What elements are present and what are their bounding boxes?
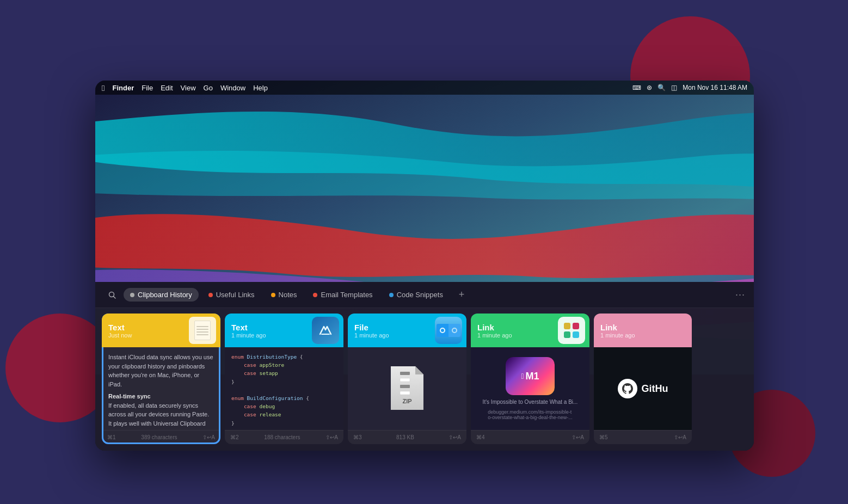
tab-label-clipboard: Clipboard History [138, 291, 192, 299]
laptop-frame:  Finder File Edit View Go Window Help ⌨… [95, 81, 754, 451]
tab-code-snippets[interactable]: Code Snippets [383, 288, 450, 302]
card-1-header: Text Just now [102, 314, 220, 347]
file-menu[interactable]: File [142, 84, 153, 92]
card-1-pin-icon: ⇧↩A [202, 434, 215, 440]
card-2-icon [312, 317, 339, 344]
card-2[interactable]: Text 1 minute ago [225, 314, 343, 444]
card-5-github: GitHu [600, 353, 685, 425]
svg-rect-4 [400, 378, 410, 382]
svg-text:ZIP: ZIP [402, 398, 411, 404]
tab-label-notes: Notes [279, 291, 297, 299]
tab-label-email: Email Templates [321, 291, 372, 299]
svg-rect-5 [400, 385, 410, 388]
card-4-url: debugger.medium.com/its-impossible-to-ov… [488, 409, 573, 420]
window-menu[interactable]: Window [220, 84, 245, 92]
card-2-header: Text 1 minute ago [225, 314, 343, 347]
user-menubar-icon[interactable]: ◫ [671, 84, 677, 91]
tab-dot-clipboard [130, 293, 134, 297]
svg-rect-8 [564, 323, 570, 329]
help-menu[interactable]: Help [253, 84, 268, 92]
card-2-type: Text [231, 323, 266, 332]
screen:  Finder File Edit View Go Window Help ⌨… [95, 81, 754, 451]
tab-clipboard-history[interactable]: Clipboard History [124, 288, 199, 302]
card-5[interactable]: Link 1 minute ago [594, 314, 692, 444]
card-1-footer: ⌘1 389 characters ⇧↩A [102, 430, 220, 444]
svg-rect-9 [573, 323, 579, 329]
tab-dot-notes [271, 293, 275, 297]
tab-dot-email [313, 293, 317, 297]
card-1-time: Just now [108, 332, 132, 339]
card-4[interactable]: Link 1 minute ago [471, 314, 589, 444]
edit-menu[interactable]: Edit [161, 84, 173, 92]
card-2-footer: ⌘2 188 characters ⇧↩A [225, 430, 343, 444]
card-2-time: 1 minute ago [231, 332, 266, 339]
paste-menubar-icon[interactable]: ⌨ [632, 84, 641, 91]
card-3[interactable]: File 1 minute ago [348, 314, 466, 444]
card-1-text: Instant iCloud data sync allows you use … [108, 353, 214, 430]
svg-rect-11 [573, 331, 579, 338]
tab-label-useful-links: Useful Links [216, 291, 255, 299]
card-3-footer: ⌘3 813 KB ⇧↩A [348, 430, 466, 444]
card-1-shortcut: ⌘1 [107, 434, 116, 440]
card-1-body: Instant iCloud data sync allows you use … [102, 347, 220, 430]
github-label: GitHu [642, 383, 668, 395]
card-4-link-text: It's Impossible to Overstate What a Bi..… [483, 398, 578, 406]
card-4-body:  M1 It's Impossible to Overstate What a… [471, 347, 589, 430]
card-5-footer: ⌘5 ⇧↩A [594, 430, 692, 444]
card-5-time: 1 minute ago [600, 332, 635, 339]
search-menubar-icon[interactable]: 🔍 [657, 84, 666, 91]
card-4-footer: ⌘4 ⇧↩A [471, 430, 589, 444]
card-3-time: 1 minute ago [354, 332, 389, 339]
svg-rect-6 [400, 391, 410, 395]
m1-chip:  M1 [506, 357, 555, 395]
card-1-char-count: 389 characters [141, 434, 177, 440]
card-2-code: enum DistributionType { case appStore ca… [231, 353, 337, 430]
view-menu[interactable]: View [181, 84, 196, 92]
add-tab-button[interactable]: + [454, 287, 469, 303]
apple-menu[interactable]:  [102, 83, 105, 93]
card-4-pin-icon: ⇧↩A [572, 434, 584, 440]
card-1-icon [189, 317, 216, 344]
menu-bar:  Finder File Edit View Go Window Help ⌨… [95, 81, 754, 95]
paste-panel: Clipboard History Useful Links Notes Ema… [95, 282, 754, 451]
card-5-pin-icon: ⇧↩A [674, 434, 686, 440]
card-2-body: enum DistributionType { case appStore ca… [225, 347, 343, 430]
svg-line-2 [114, 296, 116, 298]
github-logo-area: GitHu [618, 379, 668, 398]
svg-rect-3 [400, 372, 410, 375]
card-3-icon [435, 317, 462, 344]
card-4-header: Link 1 minute ago [471, 314, 589, 347]
search-button[interactable] [104, 287, 120, 303]
finder-menu[interactable]: Finder [112, 84, 134, 92]
cards-area: Text Just now [95, 308, 754, 451]
card-2-char-count: 188 characters [264, 434, 300, 440]
card-4-m1:  M1 It's Impossible to Overstate What a… [477, 353, 583, 425]
card-2-pin-icon: ⇧↩A [325, 434, 338, 440]
card-4-time: 1 minute ago [477, 332, 512, 339]
card-4-shortcut: ⌘4 [476, 434, 485, 440]
card-3-size: 813 KB [396, 434, 414, 440]
tab-bar: Clipboard History Useful Links Notes Ema… [95, 282, 754, 308]
more-tabs-button[interactable]: ··· [735, 289, 745, 300]
card-1-type: Text [108, 323, 132, 332]
wifi-icon[interactable]: ⊛ [647, 84, 652, 91]
card-3-file: ZIP [354, 353, 460, 425]
card-2-shortcut: ⌘2 [230, 434, 239, 440]
card-3-header: File 1 minute ago [348, 314, 466, 347]
svg-rect-10 [564, 331, 570, 338]
go-menu[interactable]: Go [204, 84, 213, 92]
tab-notes[interactable]: Notes [265, 288, 304, 302]
tab-useful-links[interactable]: Useful Links [202, 288, 261, 302]
card-3-body: ZIP [348, 347, 466, 430]
card-5-shortcut: ⌘5 [599, 434, 608, 440]
card-1[interactable]: Text Just now [102, 314, 220, 444]
card-4-icon [558, 317, 585, 344]
menubar-time: Mon Nov 16 11:48 AM [683, 84, 747, 91]
github-logo [618, 379, 637, 398]
tab-label-code: Code Snippets [397, 291, 443, 299]
card-3-shortcut: ⌘3 [353, 434, 362, 440]
card-4-type: Link [477, 323, 512, 332]
card-5-type: Link [600, 323, 635, 332]
tab-dot-code [389, 293, 394, 297]
tab-email-templates[interactable]: Email Templates [306, 288, 379, 302]
